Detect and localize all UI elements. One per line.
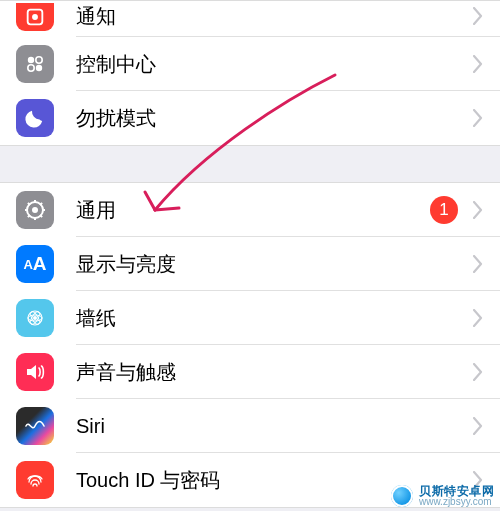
svg-point-1: [32, 14, 38, 20]
settings-group-2: 通用 1 AA 显示与亮度 墙纸 声音与触感: [0, 182, 500, 508]
row-label: 墙纸: [76, 305, 466, 332]
row-notifications[interactable]: 通知: [0, 1, 500, 37]
control-center-icon: [16, 45, 54, 83]
chevron-right-icon: [466, 363, 490, 381]
chevron-right-icon: [466, 309, 490, 327]
chevron-right-icon: [466, 109, 490, 127]
settings-page: 通知 控制中心 勿扰模式 通用 1: [0, 0, 500, 511]
settings-group-1: 通知 控制中心 勿扰模式: [0, 0, 500, 146]
svg-point-2: [28, 57, 34, 63]
row-wallpaper[interactable]: 墙纸: [0, 291, 500, 345]
row-label: 声音与触感: [76, 359, 466, 386]
chevron-right-icon: [466, 417, 490, 435]
row-label: Siri: [76, 415, 466, 438]
chevron-right-icon: [466, 7, 490, 25]
touchid-icon: [16, 461, 54, 499]
row-label: 控制中心: [76, 51, 466, 78]
watermark-line2: www.zjbsyy.com: [419, 497, 494, 507]
row-control-center[interactable]: 控制中心: [0, 37, 500, 91]
chevron-right-icon: [466, 255, 490, 273]
row-label: 显示与亮度: [76, 251, 466, 278]
svg-point-3: [36, 57, 42, 63]
notifications-icon: [16, 3, 54, 31]
siri-icon: [16, 407, 54, 445]
svg-point-7: [32, 207, 38, 213]
display-icon: AA: [16, 245, 54, 283]
svg-point-5: [36, 65, 42, 71]
watermark-text: 贝斯特安卓网 www.zjbsyy.com: [419, 485, 494, 507]
watermark: 贝斯特安卓网 www.zjbsyy.com: [391, 485, 494, 507]
chevron-right-icon: [466, 55, 490, 73]
notification-badge: 1: [430, 196, 458, 224]
row-dnd[interactable]: 勿扰模式: [0, 91, 500, 145]
row-label: 通知: [76, 3, 466, 30]
row-display[interactable]: AA 显示与亮度: [0, 237, 500, 291]
row-sound[interactable]: 声音与触感: [0, 345, 500, 399]
general-icon: [16, 191, 54, 229]
row-siri[interactable]: Siri: [0, 399, 500, 453]
row-label: 通用: [76, 197, 430, 224]
row-general[interactable]: 通用 1: [0, 183, 500, 237]
svg-point-20: [33, 316, 37, 320]
chevron-right-icon: [466, 201, 490, 219]
dnd-icon: [16, 99, 54, 137]
wallpaper-icon: [16, 299, 54, 337]
watermark-logo-icon: [391, 485, 413, 507]
row-label: 勿扰模式: [76, 105, 466, 132]
svg-point-4: [28, 65, 34, 71]
sound-icon: [16, 353, 54, 391]
